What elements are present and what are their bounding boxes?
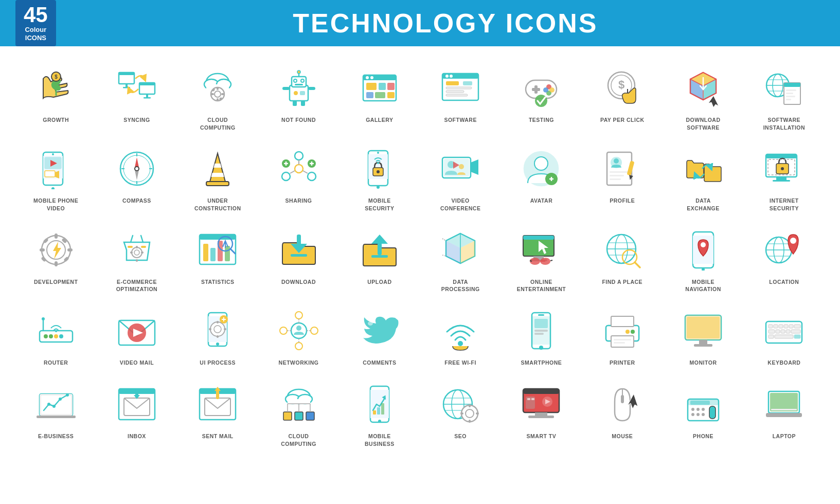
svg-rect-22: [221, 93, 224, 95]
icon-compass: COMPASS: [96, 137, 177, 218]
icon-video-mail-label: VIDEO MAIL: [120, 359, 154, 367]
svg-rect-55: [446, 87, 472, 89]
svg-rect-342: [528, 416, 554, 418]
svg-marker-184: [371, 235, 388, 244]
svg-point-297: [59, 398, 62, 401]
svg-point-63: [549, 87, 555, 93]
icon-monitor-label: MONITOR: [690, 359, 717, 367]
svg-rect-171: [128, 246, 133, 248]
svg-rect-143: [610, 175, 624, 176]
svg-point-52: [445, 75, 449, 78]
icon-cloud-computing-2: CLOUDCOMPUTING: [258, 373, 339, 454]
icon-ebusiness: E-BUSINESS: [15, 373, 96, 454]
svg-rect-149: [776, 177, 787, 180]
icon-phone: PHONE: [663, 373, 743, 454]
svg-rect-168: [136, 259, 138, 262]
svg-point-215: [701, 242, 706, 247]
svg-line-114: [303, 171, 308, 173]
svg-rect-360: [709, 406, 716, 419]
svg-rect-107: [206, 182, 229, 186]
svg-point-88: [51, 187, 55, 189]
svg-point-249: [295, 343, 302, 350]
svg-point-354: [691, 408, 694, 411]
svg-point-123: [377, 186, 380, 189]
svg-point-110: [308, 172, 316, 181]
icon-smartphone-label: SMARTPHONE: [521, 359, 562, 367]
svg-rect-169: [130, 251, 133, 254]
svg-rect-81: [784, 83, 800, 87]
icon-statistics: STATISTICS: [177, 219, 258, 299]
svg-rect-158: [40, 248, 45, 251]
svg-point-43: [370, 76, 373, 79]
svg-rect-315: [295, 412, 303, 420]
svg-rect-278: [768, 325, 773, 328]
svg-rect-92: [45, 171, 55, 177]
svg-point-91: [52, 153, 54, 155]
svg-rect-279: [774, 325, 778, 328]
svg-point-356: [702, 408, 705, 411]
svg-rect-326: [377, 407, 380, 415]
svg-rect-46: [387, 83, 395, 90]
svg-rect-6: [119, 73, 134, 75]
icon-profile-label: PROFILE: [610, 197, 635, 205]
svg-point-42: [366, 76, 369, 79]
svg-rect-288: [791, 330, 800, 333]
svg-rect-202: [540, 260, 545, 262]
icons-grid: $ GROWTH: [0, 46, 840, 464]
icon-ui-process: UI PROCESS: [177, 299, 258, 373]
svg-point-246: [296, 326, 301, 331]
icon-free-wifi: FREE WI-FI: [420, 299, 501, 373]
icon-testing-label: TESTING: [529, 116, 554, 124]
svg-point-247: [295, 312, 302, 319]
svg-rect-57: [446, 94, 468, 96]
icon-syncing-label: SYNCING: [123, 116, 150, 124]
svg-rect-37: [301, 101, 305, 106]
icon-ui-process-label: UI PROCESS: [200, 359, 236, 367]
svg-rect-289: [768, 335, 774, 338]
svg-rect-11: [146, 94, 148, 97]
badge: 45 Colour ICONS: [15, 0, 56, 46]
svg-rect-159: [67, 248, 73, 251]
svg-rect-284: [768, 330, 775, 333]
icon-printer: PRINTER: [582, 299, 663, 373]
svg-point-224: [49, 334, 53, 338]
svg-rect-186: [371, 255, 388, 258]
svg-point-244: [216, 343, 219, 346]
svg-point-53: [450, 75, 453, 78]
svg-rect-299: [37, 416, 76, 418]
svg-rect-274: [687, 317, 720, 338]
svg-rect-176: [210, 248, 216, 261]
svg-point-62: [543, 87, 548, 93]
icon-cloud-computing-1: CLOUDCOMPUTING: [177, 57, 258, 137]
icon-location: LOCATION: [744, 219, 825, 299]
icon-mobile-phone-video-label: MOBILE PHONEVIDEO: [33, 197, 78, 212]
icon-online-entertainment: ONLINEENTERTAINMENT: [501, 219, 582, 299]
svg-rect-38: [282, 87, 290, 90]
svg-rect-282: [789, 325, 793, 328]
svg-point-228: [42, 317, 45, 320]
icon-sharing: SHARING: [258, 137, 339, 218]
icon-mobile-navigation: MOBILENAVIGATION: [663, 219, 743, 299]
svg-rect-276: [694, 344, 712, 347]
svg-point-126: [377, 170, 380, 173]
svg-rect-281: [784, 325, 788, 328]
svg-rect-335: [469, 404, 471, 407]
svg-rect-178: [225, 246, 230, 261]
icon-networking-label: NETWORKING: [279, 359, 319, 367]
svg-rect-286: [781, 330, 785, 333]
svg-point-358: [696, 413, 700, 416]
svg-rect-344: [527, 398, 530, 400]
svg-rect-20: [217, 98, 219, 101]
svg-rect-275: [699, 340, 707, 344]
svg-rect-340: [523, 389, 559, 394]
icon-data-exchange-label: DATAEXCHANGE: [687, 197, 720, 212]
icon-sent-mail-label: SENT MAIL: [202, 433, 234, 440]
svg-rect-287: [786, 330, 790, 333]
svg-point-355: [696, 408, 700, 411]
icon-under-construction-label: UNDERCONSTRUCTION: [194, 197, 241, 212]
svg-rect-49: [387, 92, 395, 98]
icon-phone-label: PHONE: [693, 433, 713, 440]
svg-rect-238: [217, 335, 219, 338]
svg-rect-44: [366, 83, 377, 90]
icon-mobile-business: MOBILEBUSINESS: [339, 373, 420, 454]
